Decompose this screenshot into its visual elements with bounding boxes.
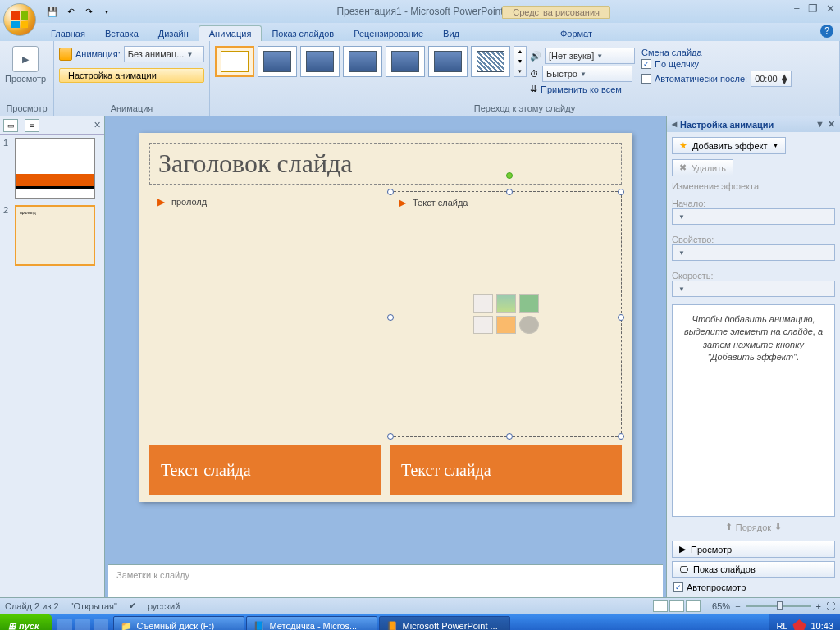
transition-item[interactable] (258, 46, 297, 77)
content-placeholder[interactable]: Текст слайда (390, 445, 622, 495)
notes-pane[interactable]: Заметки к слайду (108, 564, 663, 597)
tab-animation[interactable]: Анимация (199, 25, 262, 41)
tab-slideshow[interactable]: Показ слайдов (262, 26, 344, 41)
titlebar: 💾 ↶ ↷ ▾ Презентация1 - Microsoft PowerPo… (0, 0, 840, 23)
normal-view-icon[interactable] (653, 600, 668, 612)
slide-thumbnail-panel: ▭ ≡ ✕ 1 2прололд (0, 116, 105, 597)
undo-icon[interactable]: ↶ (62, 3, 79, 20)
pane-menu-icon[interactable]: ▼ (815, 119, 824, 130)
tab-format[interactable]: Формат (550, 26, 602, 41)
language-indicator[interactable]: русский (148, 601, 180, 611)
content-placeholder-selected[interactable]: ▶Текст слайда (390, 191, 622, 437)
tab-insert[interactable]: Вставка (95, 26, 148, 41)
transition-item[interactable] (386, 46, 425, 77)
transition-item[interactable] (300, 46, 340, 77)
speed-dropdown[interactable]: Быстро▼ (542, 66, 632, 82)
close-icon[interactable]: ✕ (826, 2, 835, 15)
slides-tab-icon[interactable]: ▭ (3, 119, 18, 132)
spellcheck-icon[interactable]: ✔ (129, 600, 136, 611)
pane-close-icon[interactable]: ✕ (828, 119, 835, 130)
content-placeholder[interactable]: Текст слайда (149, 445, 381, 495)
save-icon[interactable]: 💾 (44, 3, 61, 20)
outline-tab-icon[interactable]: ≡ (25, 119, 39, 132)
statusbar: Слайд 2 из 2 "Открытая" ✔ русский 65% − … (0, 597, 840, 614)
start-button[interactable]: ⊞пуск (0, 614, 52, 630)
on-click-checkbox[interactable]: ✓По щелчку (641, 59, 792, 69)
star-icon: ★ (679, 140, 687, 151)
remove-effect-button: ✖Удалить (672, 159, 733, 176)
tab-home[interactable]: Главная (41, 26, 95, 41)
zoom-out-icon[interactable]: − (735, 601, 740, 611)
quick-launch-icon[interactable] (57, 619, 72, 630)
effect-list: Чтобы добавить анимацию, выделите элемен… (672, 304, 835, 517)
ribbon: ▶Просмотр Просмотр Анимация:Без анимац..… (0, 41, 840, 116)
quick-access-toolbar: 💾 ↶ ↷ ▾ (44, 3, 115, 20)
redo-icon[interactable]: ↷ (80, 3, 97, 20)
tab-view[interactable]: Вид (433, 26, 469, 41)
slide-thumbnail[interactable] (15, 138, 95, 199)
tray-lang[interactable]: RL (776, 621, 788, 630)
chevron-left-icon[interactable]: ◀ (672, 121, 677, 128)
rotate-handle[interactable] (506, 172, 513, 179)
tray-clock[interactable]: 10:43 (810, 621, 833, 630)
animation-dropdown[interactable]: Без анимац...▼ (124, 46, 204, 62)
kaspersky-icon[interactable] (792, 619, 806, 630)
sorter-view-icon[interactable] (669, 600, 684, 612)
transition-item[interactable] (343, 46, 382, 77)
animate-icon (59, 48, 72, 61)
taskbar-app[interactable]: 📘Методичка - Micros... (246, 616, 377, 630)
taskbar-app[interactable]: 📙Microsoft PowerPoint ... (379, 616, 510, 630)
slide: Заголовок слайда ▶прололд ▶Текст слайда (139, 133, 632, 502)
slide-title-placeholder[interactable]: Заголовок слайда (149, 143, 622, 185)
reorder-up-icon: ⬆ (725, 522, 733, 532)
tab-review[interactable]: Рецензирование (344, 26, 433, 41)
slideshow-view-icon[interactable] (686, 600, 701, 612)
transition-item[interactable] (428, 46, 468, 77)
autopreview-checkbox[interactable]: ✓Автопросмотр (672, 581, 835, 594)
content-placeholder[interactable]: ▶прололд (149, 191, 381, 437)
apply-all-icon: ⇊ (530, 84, 537, 94)
speed-icon: ⏱ (530, 69, 539, 79)
zoom-in-icon[interactable]: + (816, 601, 821, 611)
custom-animation-button[interactable]: Настройка анимации (59, 68, 204, 83)
slide-change-label: Смена слайда (641, 48, 792, 57)
preview-button[interactable]: ▶Просмотр (672, 541, 835, 558)
transition-more[interactable]: ▲▼▾ (514, 46, 527, 77)
custom-animation-pane: ◀Настройка анимации▼✕ ★Добавить эффект▼ … (666, 116, 840, 597)
system-tray: RL 10:43 (769, 614, 840, 630)
zoom-level[interactable]: 65% (712, 601, 730, 611)
qat-more-icon[interactable]: ▾ (98, 3, 115, 20)
help-icon[interactable]: ? (820, 25, 833, 38)
quick-launch-icon[interactable] (94, 619, 108, 630)
minimize-icon[interactable]: − (793, 2, 800, 15)
sound-icon: 🔊 (530, 51, 541, 62)
auto-after-checkbox[interactable]: Автоматически после:00:00▲▼ (641, 71, 792, 87)
apply-all-button[interactable]: ⇊Применить ко всем (530, 84, 635, 94)
transition-item[interactable] (471, 46, 510, 77)
tab-design[interactable]: Дизайн (148, 26, 199, 41)
windows-logo-icon: ⊞ (8, 621, 16, 631)
transition-none[interactable] (215, 46, 254, 77)
office-button[interactable] (3, 3, 36, 36)
slide-canvas[interactable]: Заголовок слайда ▶прололд ▶Текст слайда (105, 116, 666, 564)
group-preview: Просмотр (5, 103, 48, 114)
quick-launch-icon[interactable] (75, 619, 90, 630)
panel-close-icon[interactable]: ✕ (94, 120, 101, 130)
auto-time-spinner[interactable]: 00:00▲▼ (751, 71, 792, 87)
add-effect-button[interactable]: ★Добавить эффект▼ (672, 137, 786, 154)
taskbar: ⊞пуск 📁Съемный диск (F:) 📘Методичка - Mi… (0, 614, 840, 630)
zoom-slider[interactable] (746, 605, 811, 607)
preview-button[interactable]: ▶Просмотр (5, 46, 46, 84)
restore-icon[interactable]: ❐ (808, 2, 818, 15)
slideshow-button[interactable]: 🖵Показ слайдов (672, 561, 835, 578)
transition-gallery: ▲▼▾ (215, 46, 527, 77)
taskbar-app[interactable]: 📁Съемный диск (F:) (113, 616, 244, 630)
group-animation: Анимация (59, 103, 204, 114)
sound-dropdown[interactable]: [Нет звука]▼ (545, 48, 635, 64)
fit-window-icon[interactable]: ⛶ (826, 601, 835, 611)
theme-name: "Открытая" (71, 601, 117, 611)
pane-title: Настройка анимации (680, 120, 774, 130)
property-dropdown: ▼ (672, 244, 835, 261)
content-type-icons[interactable] (473, 294, 539, 334)
slide-thumbnail[interactable]: прололд (15, 205, 95, 266)
